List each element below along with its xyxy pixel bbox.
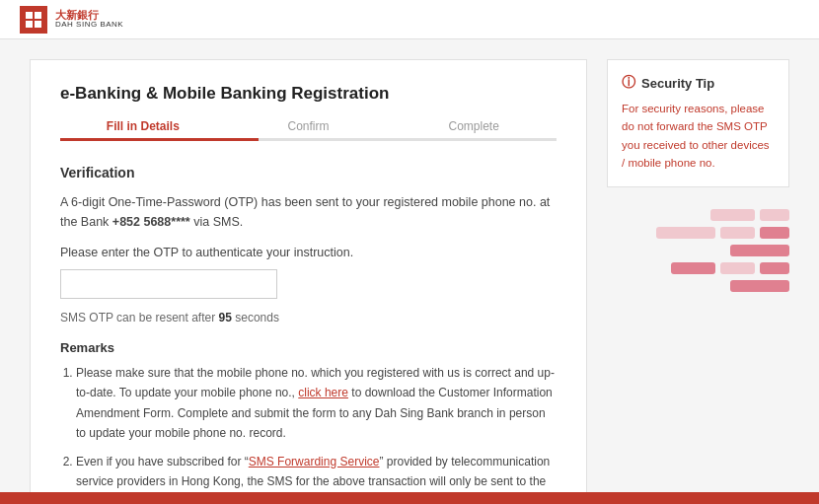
svg-rect-1 [35, 12, 41, 19]
bar-10 [730, 280, 789, 292]
otp-prompt: Please enter the OTP to authenticate you… [60, 246, 557, 259]
remark-link-1[interactable]: click here [298, 386, 348, 399]
bar-7 [671, 262, 715, 274]
svg-rect-3 [35, 21, 41, 28]
resend-text-before: SMS OTP can be resent after [60, 311, 219, 324]
logo-icon [20, 6, 47, 34]
otp-description: A 6-digit One-Time-Password (OTP) has be… [60, 192, 557, 232]
logo-text: 大新銀行 DAH SING BANK [55, 9, 123, 30]
content-area: e-Banking & Mobile Banking Registration … [30, 59, 587, 504]
security-tip-text: For security reasons, please do not forw… [622, 100, 775, 173]
bar-4 [720, 227, 755, 239]
main-container: e-Banking & Mobile Banking Registration … [0, 39, 819, 504]
security-tip-header: ⓘ Security Tip [622, 74, 775, 92]
remark-link-2[interactable]: SMS Forwarding Service [249, 455, 380, 468]
header: 大新銀行 DAH SING BANK [0, 0, 819, 39]
sidebar: ⓘ Security Tip For security reasons, ple… [607, 59, 789, 504]
remarks-list: Please make sure that the mobile phone n… [60, 363, 557, 504]
security-tip-title: Security Tip [641, 76, 714, 91]
bar-row-3 [607, 245, 789, 256]
remarks-title: Remarks [60, 340, 557, 355]
bar-6 [730, 245, 789, 256]
steps-bar: Fill in Details Confirm Complete [60, 119, 557, 141]
otp-input[interactable] [60, 269, 277, 299]
info-icon: ⓘ [622, 74, 635, 92]
bar-row-2 [607, 227, 789, 239]
security-tip-box: ⓘ Security Tip For security reasons, ple… [607, 59, 789, 187]
resend-text-after: seconds [232, 311, 279, 324]
bar-8 [720, 262, 755, 274]
placeholder-bars [607, 199, 789, 302]
otp-desc-after: via SMS. [190, 215, 244, 229]
bar-5 [760, 227, 789, 239]
page-title: e-Banking & Mobile Banking Registration [60, 84, 557, 104]
svg-rect-0 [26, 12, 33, 19]
verification-title: Verification [60, 165, 557, 180]
bar-row-4 [607, 262, 789, 274]
logo-english: DAH SING BANK [55, 21, 123, 30]
bar-1 [710, 209, 755, 221]
remark-item-1: Please make sure that the mobile phone n… [76, 363, 557, 444]
bar-row-5 [607, 280, 789, 292]
bar-9 [760, 262, 789, 274]
bar-3 [656, 227, 715, 239]
svg-rect-2 [26, 21, 33, 28]
footer-strip [0, 492, 819, 504]
otp-phone: +852 5688**** [112, 215, 190, 229]
bar-row-1 [607, 209, 789, 221]
steps-line-progress [60, 138, 259, 141]
resend-info: SMS OTP can be resent after 95 seconds [60, 311, 557, 324]
resend-seconds: 95 [219, 311, 232, 324]
bar-2 [760, 209, 789, 221]
